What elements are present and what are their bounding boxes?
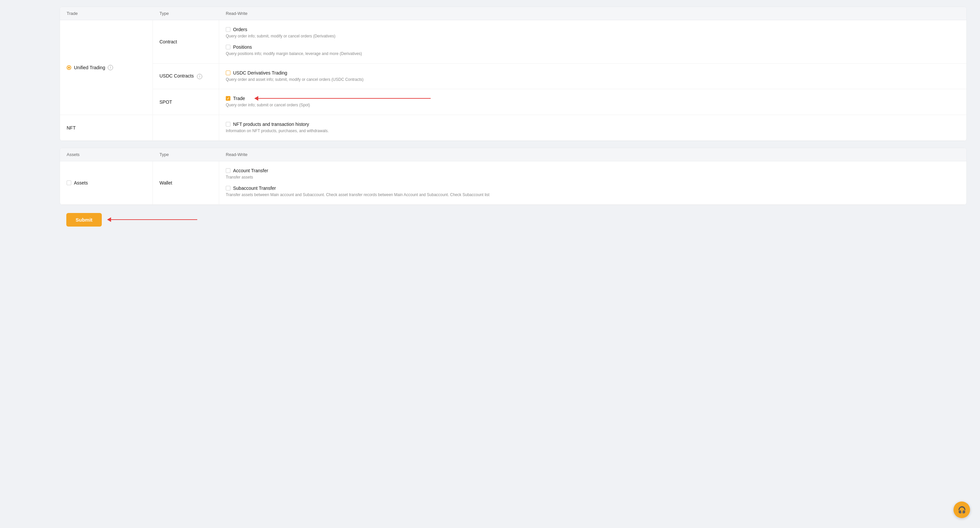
unified-trading-radio[interactable] bbox=[67, 65, 71, 70]
support-button[interactable]: 🎧 bbox=[953, 501, 970, 518]
nft-rw-cell: NFT products and transaction history Inf… bbox=[219, 115, 966, 140]
subaccount-transfer-name: Subaccount Transfer bbox=[233, 186, 276, 191]
nft-products-permission: NFT products and transaction history Inf… bbox=[226, 122, 960, 134]
subaccount-transfer-desc: Transfer assets between Main account and… bbox=[226, 192, 960, 198]
unified-trading-info-icon[interactable]: i bbox=[108, 65, 113, 70]
nft-type-cell bbox=[153, 115, 219, 140]
submit-arrow-line bbox=[111, 219, 197, 220]
unified-trading-label: Unified Trading i bbox=[67, 65, 113, 70]
spot-type-cell: SPOT bbox=[153, 89, 219, 115]
usdc-type-cell: USDC Contracts i bbox=[153, 63, 219, 89]
subaccount-transfer-permission: Subaccount Transfer Transfer assets betw… bbox=[226, 186, 960, 198]
contract-rw-cell: Orders Query order info; submit, modify … bbox=[219, 20, 966, 63]
trade-arrow-annotation bbox=[254, 96, 431, 101]
account-transfer-checkbox[interactable] bbox=[226, 168, 231, 173]
usdc-rw-cell: USDC Derivatives Trading Query order and… bbox=[219, 63, 966, 89]
usdc-type-label: USDC Contracts i bbox=[159, 73, 202, 79]
orders-checkbox[interactable] bbox=[226, 27, 231, 32]
nft-products-desc: Information on NFT products, purchases, … bbox=[226, 128, 960, 134]
positions-name: Positions bbox=[233, 44, 252, 50]
trade-col-header: Trade bbox=[67, 11, 159, 16]
assets-table-header: Assets Type Read-Write bbox=[60, 148, 966, 161]
nft-products-name: NFT products and transaction history bbox=[233, 122, 309, 127]
trade-permission: Trade Query order info; submit or cancel… bbox=[226, 96, 960, 108]
spot-row: SPOT Trade bbox=[153, 89, 966, 115]
wallet-rw-cell: Account Transfer Transfer assets Subacco… bbox=[219, 161, 966, 205]
unified-trading-row: Unified Trading i Contract Or bbox=[60, 20, 966, 115]
submit-arrow-head bbox=[107, 217, 111, 222]
subaccount-transfer-checkbox[interactable] bbox=[226, 186, 231, 190]
wallet-type-label: Wallet bbox=[159, 180, 172, 186]
spot-type-label: SPOT bbox=[159, 99, 172, 105]
spot-rw-cell: Trade Query order info; submit or cancel… bbox=[219, 89, 966, 115]
wallet-account-transfer-row: Wallet Account Transfer Transfer assets bbox=[153, 161, 966, 205]
type-col-header: Type bbox=[159, 11, 226, 16]
usdc-derivatives-checkbox[interactable] bbox=[226, 71, 231, 75]
unified-trading-cell: Unified Trading i bbox=[60, 20, 153, 115]
trade-table: Trade Type Read-Write Unified Trading i … bbox=[60, 6, 967, 141]
contract-type-cell: Contract bbox=[153, 20, 219, 63]
account-transfer-name: Account Transfer bbox=[233, 168, 268, 173]
unified-trading-types: Contract Orders Query order info; submit… bbox=[153, 20, 966, 115]
contract-row: Contract Orders Query order info; submit… bbox=[153, 20, 966, 63]
wallet-type-cell: Wallet bbox=[153, 161, 219, 205]
submit-area: Submit bbox=[60, 213, 967, 227]
positions-checkbox[interactable] bbox=[226, 45, 231, 49]
assets-type-col-header: Type bbox=[159, 152, 226, 157]
orders-permission: Orders Query order info; submit, modify … bbox=[226, 27, 960, 39]
assets-main-checkbox[interactable] bbox=[67, 181, 71, 185]
account-transfer-permission: Account Transfer Transfer assets bbox=[226, 168, 960, 180]
usdc-derivatives-permission: USDC Derivatives Trading Query order and… bbox=[226, 70, 960, 82]
positions-desc: Query positions info; modify margin bala… bbox=[226, 51, 960, 57]
usdc-info-icon[interactable]: i bbox=[197, 74, 202, 79]
trade-checkbox[interactable] bbox=[226, 96, 231, 101]
assets-label-container: Assets bbox=[67, 180, 88, 186]
usdc-derivatives-desc: Query order and asset info; submit, modi… bbox=[226, 77, 960, 82]
assets-table: Assets Type Read-Write Assets Wallet bbox=[60, 148, 967, 205]
assets-rw-col-header: Read-Write bbox=[226, 152, 960, 157]
submit-button[interactable]: Submit bbox=[66, 213, 102, 227]
orders-desc: Query order info; submit, modify or canc… bbox=[226, 33, 960, 39]
assets-main-label: Assets bbox=[74, 180, 88, 186]
assets-types: Wallet Account Transfer Transfer assets bbox=[153, 161, 966, 205]
headset-icon: 🎧 bbox=[958, 506, 966, 514]
nft-label: NFT bbox=[67, 125, 76, 130]
nft-products-checkbox[interactable] bbox=[226, 122, 231, 127]
trade-table-header: Trade Type Read-Write bbox=[60, 7, 966, 20]
trade-arrow-head bbox=[254, 96, 258, 101]
assets-row: Assets Wallet Account Transfer bbox=[60, 161, 966, 205]
orders-name: Orders bbox=[233, 27, 247, 32]
trade-arrow-line bbox=[258, 98, 431, 99]
readwrite-col-header: Read-Write bbox=[226, 11, 960, 16]
nft-trade-cell: NFT bbox=[60, 115, 153, 140]
assets-left-cell: Assets bbox=[60, 161, 153, 205]
usdc-derivatives-name: USDC Derivatives Trading bbox=[233, 70, 287, 76]
positions-permission: Positions Query positions info; modify m… bbox=[226, 44, 960, 57]
contract-type-label: Contract bbox=[159, 39, 177, 44]
assets-col-header: Assets bbox=[67, 152, 159, 157]
nft-row: NFT NFT products and transaction history… bbox=[60, 115, 966, 141]
usdc-contracts-row: USDC Contracts i USDC Derivatives Tradin… bbox=[153, 63, 966, 89]
account-transfer-desc: Transfer assets bbox=[226, 174, 960, 180]
trade-name: Trade bbox=[233, 96, 245, 101]
submit-arrow-annotation bbox=[107, 217, 197, 222]
trade-desc: Query order info; submit or cancel order… bbox=[226, 102, 960, 108]
